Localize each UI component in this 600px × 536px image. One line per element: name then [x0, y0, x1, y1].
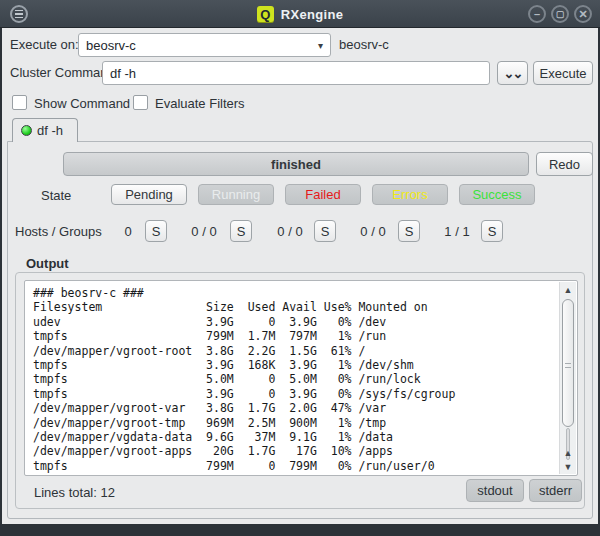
state-pending-button[interactable]: Pending [111, 184, 187, 205]
state-success-button: Success [459, 184, 535, 205]
execute-on-value: beosrv-c [86, 38, 136, 53]
tab-panel: finished Redo State Pending Running Fail… [7, 141, 593, 519]
show-command-checkbox[interactable] [12, 95, 27, 110]
select-success-button[interactable]: S [481, 220, 503, 242]
execute-on-label: Execute on: [10, 37, 79, 52]
scrollbar-thumb[interactable] [562, 299, 574, 427]
execute-button[interactable]: Execute [533, 61, 593, 85]
cluster-command-value: df -h [110, 66, 136, 81]
select-failed-button[interactable]: S [314, 220, 336, 242]
select-errors-button[interactable]: S [398, 220, 420, 242]
select-running-button[interactable]: S [230, 220, 252, 242]
close-button[interactable]: ✕ [574, 5, 592, 23]
window-title: RXengine [281, 7, 343, 22]
scroll-up2-icon[interactable]: ▲ [560, 446, 576, 460]
titlebar: Q RXengine – ▢ ✕ [0, 0, 600, 28]
hosts-groups-label: Hosts / Groups [15, 224, 102, 239]
minimize-button[interactable]: – [528, 5, 546, 23]
show-command-label: Show Command [34, 96, 130, 111]
lines-total-label: Lines total: 12 [34, 485, 115, 500]
output-groupbox: Output ### beosrv-c ### Filesystem Size … [15, 272, 585, 509]
state-failed-button: Failed [285, 184, 361, 205]
hosts-count-running: 0 / 0 [169, 224, 239, 239]
current-host-label: beosrv-c [339, 37, 389, 52]
tab-df-h[interactable]: df -h [12, 118, 78, 142]
state-running-button: Running [198, 184, 274, 205]
command-history-button[interactable]: ⌄⌄ [497, 61, 528, 85]
execute-on-combobox[interactable]: beosrv-c ▾ [78, 33, 331, 57]
output-title: Output [22, 256, 73, 271]
status-led-icon [21, 125, 32, 136]
app-logo-icon: Q [257, 6, 274, 23]
main-content: Execute on: beosrv-c ▾ beosrv-c Cluster … [2, 28, 598, 524]
title-group: Q RXengine [0, 0, 600, 28]
select-pending-button[interactable]: S [145, 220, 167, 242]
scroll-up-icon[interactable]: ▲ [560, 283, 576, 297]
tab-label: df -h [37, 123, 63, 138]
evaluate-filters-checkbox[interactable] [133, 95, 148, 110]
rxengine-window: Q RXengine – ▢ ✕ Execute on: beosrv-c ▾ … [0, 0, 600, 536]
stdout-toggle-button[interactable]: stdout [466, 479, 524, 502]
state-label: State [41, 188, 71, 203]
output-text: ### beosrv-c ### Filesystem Size Used Av… [33, 286, 557, 473]
chevron-down-icon: ▾ [318, 40, 323, 51]
stderr-toggle-button[interactable]: stderr [529, 479, 582, 502]
output-textarea[interactable]: ### beosrv-c ### Filesystem Size Used Av… [24, 280, 578, 476]
progress-bar: finished [63, 152, 529, 176]
cluster-command-input[interactable]: df -h [102, 61, 490, 85]
state-errors-button: Errors [372, 184, 448, 205]
output-scrollbar[interactable]: ▲ ▲ ▼ [559, 282, 576, 474]
redo-button[interactable]: Redo [536, 152, 593, 176]
scroll-down-icon[interactable]: ▼ [560, 460, 576, 474]
evaluate-filters-label: Evaluate Filters [155, 96, 245, 111]
maximize-button[interactable]: ▢ [551, 5, 569, 23]
